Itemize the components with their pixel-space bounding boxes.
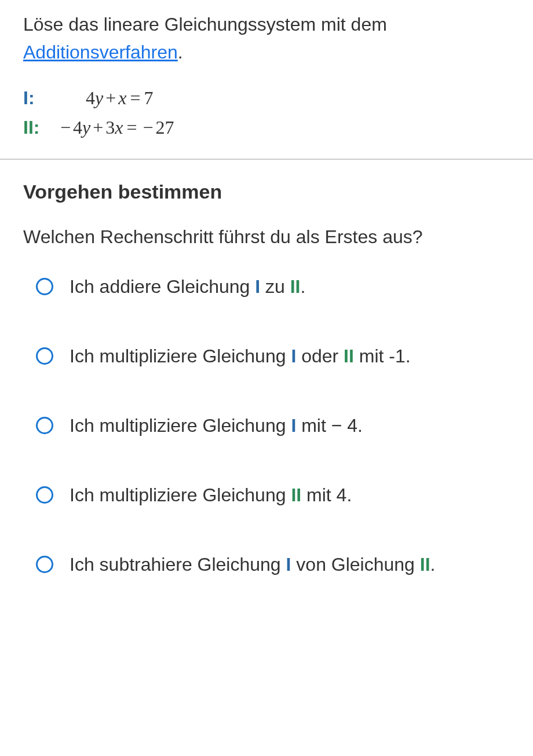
option-2[interactable]: Ich multipliziere Gleichung I oder II mi… xyxy=(36,342,510,370)
marker-II: II xyxy=(344,346,354,366)
option-1[interactable]: Ich addiere Gleichung I zu II. xyxy=(36,273,510,300)
radio-icon xyxy=(36,486,53,504)
option-text: Ich addiere Gleichung xyxy=(70,276,255,297)
option-3[interactable]: Ich multipliziere Gleichung I mit − 4. xyxy=(36,412,510,439)
option-label: Ich multipliziere Gleichung I mit − 4. xyxy=(70,412,510,439)
equation-expr-II: −4y+3x=−27 xyxy=(58,113,174,142)
equation-label-II: II: xyxy=(23,113,58,142)
radio-icon xyxy=(36,417,53,434)
option-text: Ich subtrahiere Gleichung xyxy=(70,554,286,575)
option-label: Ich addiere Gleichung I zu II. xyxy=(70,273,510,300)
option-text: . xyxy=(430,554,436,575)
option-4[interactable]: Ich multipliziere Gleichung II mit 4. xyxy=(36,481,510,509)
section-heading: Vorgehen bestimmen xyxy=(23,177,510,207)
option-label: Ich subtrahiere Gleichung I von Gleichun… xyxy=(70,551,510,578)
options-list: Ich addiere Gleichung I zu II. Ich multi… xyxy=(23,273,510,578)
equation-row-II: II: −4y+3x=−27 xyxy=(23,113,510,142)
option-text: von Gleichung xyxy=(291,554,419,575)
marker-II: II xyxy=(291,485,301,505)
radio-icon xyxy=(36,278,53,295)
radio-icon xyxy=(36,556,53,573)
option-text: Ich multipliziere Gleichung xyxy=(70,485,291,505)
problem-section: Löse das lineare Gleichungssystem mit de… xyxy=(0,0,533,160)
equation-expr-I: 4y+x=7 xyxy=(58,83,154,113)
equation-row-I: I: 4y+x=7 xyxy=(23,83,510,113)
intro-suffix: . xyxy=(178,42,183,63)
marker-I: I xyxy=(291,415,296,436)
option-text: Ich multipliziere Gleichung xyxy=(70,346,291,366)
option-text: zu xyxy=(260,276,290,297)
option-text: oder xyxy=(296,346,344,366)
option-label: Ich multipliziere Gleichung I oder II mi… xyxy=(70,342,510,370)
marker-I: I xyxy=(291,346,296,366)
intro-prefix: Löse das lineare Gleichungssystem mit de… xyxy=(23,14,387,35)
option-5[interactable]: Ich subtrahiere Gleichung I von Gleichun… xyxy=(36,551,510,578)
equation-label-I: I: xyxy=(23,83,58,113)
option-label: Ich multipliziere Gleichung II mit 4. xyxy=(70,481,510,509)
equation-system: I: 4y+x=7 II: −4y+3x=−27 xyxy=(23,83,510,142)
marker-II: II xyxy=(420,554,430,575)
method-link[interactable]: Additionsverfahren xyxy=(23,42,178,63)
option-text: mit 4. xyxy=(301,485,352,505)
option-text: mit -1. xyxy=(354,346,411,366)
question-prompt: Welchen Rechenschritt führst du als Erst… xyxy=(23,223,510,251)
marker-I: I xyxy=(255,276,260,297)
marker-II: II xyxy=(290,276,301,297)
radio-icon xyxy=(36,347,53,365)
option-text: Ich multipliziere Gleichung xyxy=(70,415,291,436)
question-section: Vorgehen bestimmen Welchen Rechenschritt… xyxy=(0,160,533,613)
intro-text: Löse das lineare Gleichungssystem mit de… xyxy=(23,10,510,66)
option-text: . xyxy=(300,276,305,297)
option-text: mit − 4. xyxy=(296,415,363,436)
